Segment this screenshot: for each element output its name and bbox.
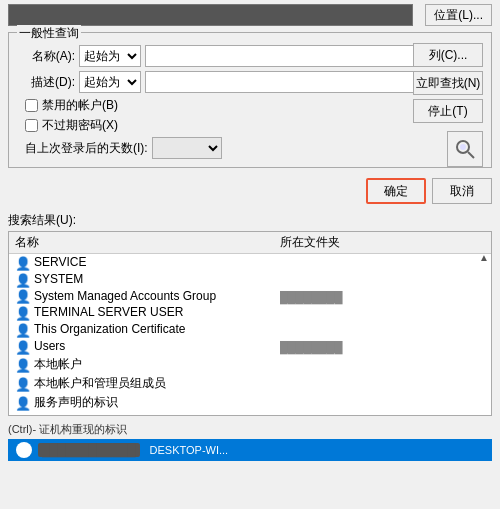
general-query-title: 一般性查询	[17, 25, 81, 42]
group-icon: 👤	[15, 289, 31, 303]
masked-top-input	[8, 4, 413, 26]
table-row[interactable]: 👤SYSTEM	[9, 271, 491, 288]
row-name: This Organization Certificate	[34, 322, 185, 336]
columns-button[interactable]: 列(C)...	[413, 43, 483, 67]
blurred-folder: ████████	[280, 341, 342, 353]
table-row[interactable]: 👤System Managed Accounts Group████████	[9, 288, 491, 305]
scroll-up-arrow[interactable]: ▲	[479, 252, 489, 263]
right-buttons: 列(C)... 立即查找(N) 停止(T)	[413, 43, 483, 167]
selected-machine: DESKTOP-WI...	[150, 444, 229, 456]
table-row[interactable]: 👤Users████████	[9, 338, 491, 355]
table-row[interactable]: 👤SERVICE	[9, 254, 491, 271]
location-button[interactable]: 位置(L)...	[425, 4, 492, 26]
no-expiry-label[interactable]: 不过期密码(X)	[42, 117, 118, 134]
row-name: 服务声明的标识	[34, 395, 118, 409]
description-label: 描述(D):	[17, 74, 75, 91]
disabled-accounts-checkbox[interactable]	[25, 99, 38, 112]
group-icon: 👤	[15, 273, 31, 287]
results-table-wrapper[interactable]: 名称 所在文件夹 👤SERVICE👤SYSTEM👤System Managed …	[8, 231, 492, 416]
search-glass-icon	[454, 138, 476, 160]
table-row[interactable]: 👤本地帐户和管理员组成员	[9, 374, 491, 393]
general-query-group: 一般性查询 名称(A): 起始为 描述(D): 起始为 禁用的帐户(B) 不过期…	[8, 32, 492, 168]
group-icon: 👤	[15, 340, 31, 354]
selected-email: ████████████	[38, 443, 140, 457]
no-expiry-checkbox[interactable]	[25, 119, 38, 132]
bottom-bar: (Ctrl)- 证机构重现的标识	[0, 420, 500, 439]
row-name: 本地帐户	[34, 357, 82, 371]
table-row[interactable]: 👤服务声明的标识	[9, 393, 491, 412]
table-row[interactable]: 👤TERMINAL SERVER USER	[9, 304, 491, 321]
days-select[interactable]	[152, 137, 222, 159]
description-select[interactable]: 起始为	[79, 71, 141, 93]
selected-item-bar[interactable]: ████████████ DESKTOP-WI...	[8, 439, 492, 461]
disabled-accounts-label[interactable]: 禁用的帐户(B)	[42, 97, 118, 114]
table-row[interactable]: 👤本地帐户	[9, 355, 491, 374]
name-select[interactable]: 起始为	[79, 45, 141, 67]
svg-line-1	[468, 152, 474, 158]
row-name: SYSTEM	[34, 272, 83, 286]
results-table: 名称 所在文件夹 👤SERVICE👤SYSTEM👤System Managed …	[9, 232, 491, 412]
group-icon: 👤	[15, 256, 31, 270]
row-name: 本地帐户和管理员组成员	[34, 376, 166, 390]
col-name-header: 名称	[9, 232, 274, 254]
group-icon: 👤	[15, 323, 31, 337]
group-icon: 👤	[15, 396, 31, 410]
svg-point-2	[460, 144, 466, 150]
confirm-row: 确定 取消	[0, 172, 500, 210]
stop-button[interactable]: 停止(T)	[413, 99, 483, 123]
top-section: 位置(L)...	[0, 0, 500, 28]
search-results-text: 搜索结果(U):	[8, 213, 76, 227]
group-icon: 👤	[15, 377, 31, 391]
blurred-folder: ████████	[280, 291, 342, 303]
person-icon	[16, 442, 32, 458]
group-icon: 👤	[15, 358, 31, 372]
col-folder-header: 所在文件夹	[274, 232, 491, 254]
ok-button[interactable]: 确定	[366, 178, 426, 204]
search-icon-btn[interactable]	[447, 131, 483, 167]
find-now-button[interactable]: 立即查找(N)	[413, 71, 483, 95]
row-name: System Managed Accounts Group	[34, 289, 216, 303]
table-row[interactable]: 👤This Organization Certificate	[9, 321, 491, 338]
group-icon: 👤	[15, 306, 31, 320]
days-label: 自上次登录后的天数(I):	[25, 140, 148, 157]
row-name: SERVICE	[34, 255, 86, 269]
ctrl-hint: (Ctrl)- 证机构重现的标识	[8, 422, 127, 437]
cancel-button[interactable]: 取消	[432, 178, 492, 204]
row-name: TERMINAL SERVER USER	[34, 305, 183, 319]
row-name: Users	[34, 339, 65, 353]
search-results-label: 搜索结果(U):	[0, 210, 500, 231]
name-label: 名称(A):	[17, 48, 75, 65]
